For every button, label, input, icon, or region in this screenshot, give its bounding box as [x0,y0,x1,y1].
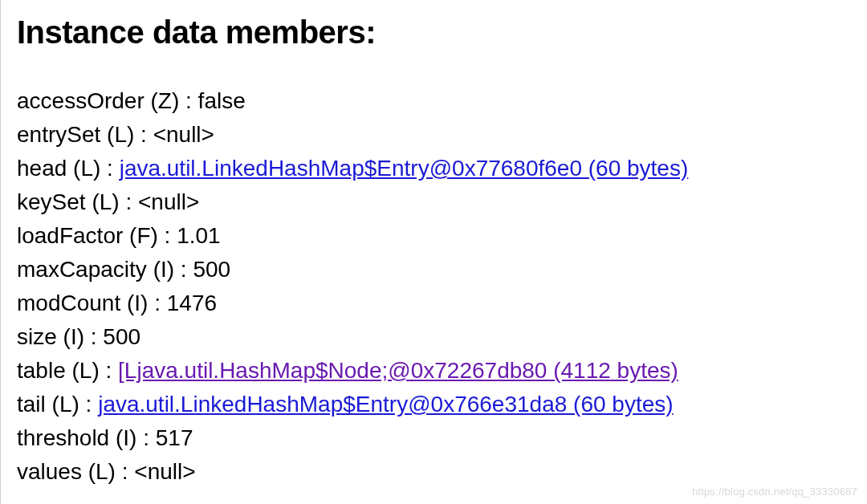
member-type: (L) [52,392,79,417]
member-row: values (L) : <null> [17,455,851,489]
member-value: 500 [103,324,140,349]
section-title: Instance data members: [17,14,851,51]
kv-separator: : [79,392,98,417]
member-row: modCount (I) : 1476 [17,287,851,320]
member-value: 1.01 [177,223,221,248]
member-name: entrySet [17,122,100,147]
member-type: (I) [153,257,174,282]
member-type: (Z) [151,88,180,113]
member-row: accessOrder (Z) : false [17,84,851,118]
member-name: values [17,459,82,484]
kv-separator: : [116,459,134,484]
member-row: tail (L) : java.util.LinkedHashMap$Entry… [17,388,851,421]
kv-separator: : [120,189,138,214]
kv-separator: : [136,425,155,450]
member-name: keySet [17,189,86,214]
kv-separator: : [158,223,177,248]
member-name: accessOrder [17,88,144,113]
member-value-link[interactable]: java.util.LinkedHashMap$Entry@0x77680f6e… [120,156,689,181]
member-name: head [17,156,67,181]
member-value: 500 [193,257,230,282]
member-row: maxCapacity (I) : 500 [17,253,851,287]
member-row: head (L) : java.util.LinkedHashMap$Entry… [17,152,851,185]
member-name: threshold [17,425,109,450]
member-type: (I) [63,324,84,349]
member-value: <null> [153,122,214,147]
member-value-link[interactable]: [Ljava.util.HashMap$Node;@0x72267db80 (4… [118,358,678,383]
member-value: 1476 [167,291,217,315]
member-name: loadFactor [17,223,123,248]
kv-separator: : [84,324,103,349]
member-type: (L) [107,122,134,147]
kv-separator: : [134,122,153,147]
kv-separator: : [148,291,166,315]
member-value: <null> [134,459,195,484]
member-type: (F) [129,223,158,248]
member-row: loadFactor (F) : 1.01 [17,219,851,253]
kv-separator: : [100,358,118,383]
member-type: (L) [73,156,100,181]
member-type: (L) [72,358,100,383]
kv-separator: : [100,156,119,181]
member-name: size [17,324,57,349]
member-row: keySet (L) : <null> [17,185,851,219]
member-list: accessOrder (Z) : false entrySet (L) : <… [17,84,851,489]
member-row: entrySet (L) : <null> [17,118,851,152]
kv-separator: : [174,257,193,282]
kv-separator: : [179,88,197,113]
member-type: (I) [127,291,148,315]
member-value: <null> [138,189,199,214]
member-row: threshold (I) : 517 [17,421,851,455]
member-type: (L) [88,459,116,484]
member-row: size (I) : 500 [17,320,851,354]
member-value: false [198,88,246,113]
member-row: table (L) : [Ljava.util.HashMap$Node;@0x… [17,354,851,388]
member-name: table [17,358,66,383]
member-type: (I) [116,425,136,450]
member-name: maxCapacity [17,257,147,282]
member-value-link[interactable]: java.util.LinkedHashMap$Entry@0x766e31da… [98,392,673,417]
member-name: tail [17,392,46,417]
member-name: modCount [17,291,120,315]
watermark: https://blog.csdn.net/qq_33330687 [692,486,857,498]
member-type: (L) [92,189,119,214]
member-value: 517 [156,425,193,450]
